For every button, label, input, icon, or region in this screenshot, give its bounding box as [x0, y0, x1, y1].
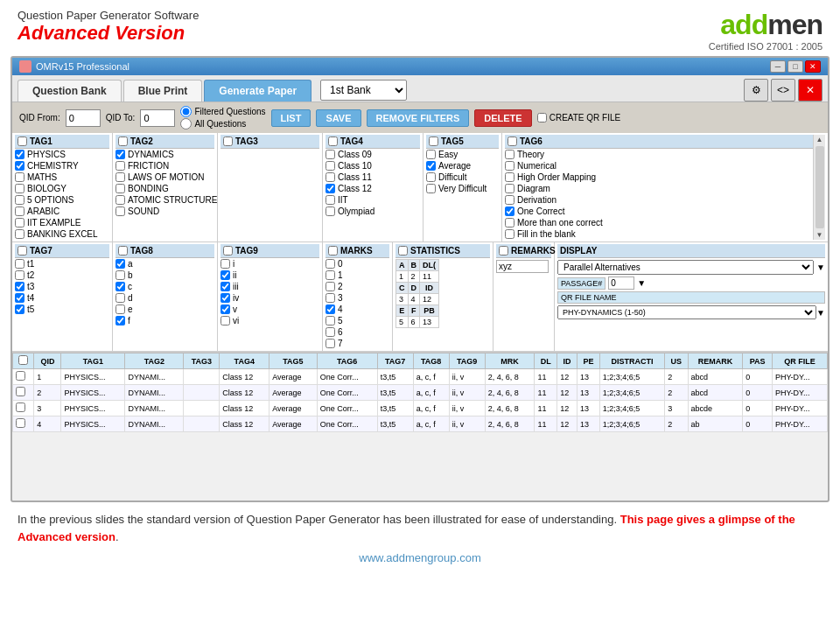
select-all-checkbox[interactable]: [18, 355, 28, 365]
row-checkbox[interactable]: [16, 418, 25, 428]
all-radio[interactable]: [180, 118, 192, 130]
tag7-check-2[interactable]: [15, 282, 24, 291]
tag9-check-3[interactable]: [220, 293, 230, 303]
tag2-check-3[interactable]: [116, 184, 125, 193]
tag2-check-1[interactable]: [116, 161, 125, 171]
tag8-check-5[interactable]: [116, 316, 125, 326]
tag7-check-1[interactable]: [15, 270, 24, 280]
tag4-check-4[interactable]: [326, 195, 335, 205]
tab-blue-print[interactable]: Blue Print: [123, 80, 203, 102]
tag5-checkbox[interactable]: [429, 136, 438, 146]
scroll-up-arrow[interactable]: ▲: [816, 135, 824, 144]
tab-generate-paper[interactable]: Generate Paper: [204, 80, 312, 102]
tag9-checkbox[interactable]: [223, 246, 233, 256]
tag1-check-7[interactable]: [15, 229, 24, 239]
tag2-check-5[interactable]: [116, 206, 125, 216]
tag1-check-0[interactable]: [15, 150, 24, 159]
tag2-check-4[interactable]: [116, 195, 125, 205]
qid-to-input[interactable]: [140, 109, 175, 127]
close-icon-button[interactable]: ✕: [798, 79, 822, 102]
marks-check-0[interactable]: [326, 259, 335, 269]
marks-check-7[interactable]: [326, 339, 335, 348]
tag1-check-6[interactable]: [15, 218, 24, 228]
tag1-check-5[interactable]: [15, 206, 24, 216]
tag7-check-3[interactable]: [15, 293, 24, 303]
marks-check-4[interactable]: [326, 304, 335, 314]
tag6-check-3[interactable]: [505, 184, 514, 193]
qid-from-input[interactable]: [66, 109, 101, 127]
tag4-check-1[interactable]: [326, 161, 335, 171]
close-button[interactable]: ✕: [805, 60, 821, 73]
list-button[interactable]: LIST: [271, 109, 312, 127]
tag8-check-3[interactable]: [116, 293, 125, 303]
tag4-check-5[interactable]: [326, 206, 335, 216]
tag6-check-4[interactable]: [505, 195, 514, 205]
tag4-checkbox[interactable]: [328, 136, 338, 146]
bank-select[interactable]: 1st Bank 2nd Bank: [320, 80, 407, 101]
tag4-check-3[interactable]: [326, 184, 335, 193]
tag9-check-5[interactable]: [220, 316, 230, 326]
tag5-check-3[interactable]: [426, 184, 436, 193]
tag1-check-2[interactable]: [15, 172, 24, 182]
tag9-check-4[interactable]: [220, 304, 230, 314]
save-button[interactable]: SAVE: [316, 109, 360, 127]
tag6-check-5[interactable]: [505, 206, 514, 216]
tag6-check-6[interactable]: [505, 218, 514, 228]
tag6-check-2[interactable]: [505, 172, 514, 182]
row-checkbox[interactable]: [16, 371, 25, 381]
parallel-select[interactable]: Parallel Alternatives: [557, 260, 814, 275]
marks-check-5[interactable]: [326, 316, 335, 326]
tag6-scrollbar[interactable]: ▲ ▼: [813, 135, 825, 240]
tag6-checkbox[interactable]: [508, 136, 517, 146]
tag5-check-0[interactable]: [426, 150, 436, 159]
tag2-check-2[interactable]: [116, 172, 125, 182]
row-checkbox[interactable]: [16, 402, 25, 412]
tag4-check-0[interactable]: [326, 150, 335, 159]
all-radio-label[interactable]: All Questions: [180, 118, 265, 130]
filtered-radio[interactable]: [180, 106, 192, 117]
marks-check-2[interactable]: [326, 282, 335, 291]
tag6-check-1[interactable]: [505, 161, 514, 171]
tag9-check-2[interactable]: [220, 282, 230, 291]
tag3-checkbox[interactable]: [223, 136, 233, 146]
qr-checkbox[interactable]: [537, 113, 547, 122]
remarks-checkbox[interactable]: [499, 246, 508, 256]
tag1-check-4[interactable]: [15, 195, 24, 205]
maximize-button[interactable]: □: [788, 60, 803, 73]
tag2-check-0[interactable]: [116, 150, 125, 159]
tag1-checkbox[interactable]: [18, 136, 27, 146]
row-checkbox[interactable]: [16, 387, 25, 396]
statistics-checkbox[interactable]: [398, 246, 408, 256]
tag9-check-0[interactable]: [220, 259, 230, 269]
qr-select[interactable]: PHY-DYNAMICS (1-50): [557, 305, 816, 319]
minimize-button[interactable]: ─: [770, 60, 786, 73]
tab-question-bank[interactable]: Question Bank: [18, 80, 122, 102]
tag7-checkbox[interactable]: [18, 246, 27, 256]
tag6-check-7[interactable]: [505, 229, 514, 239]
tag5-check-1[interactable]: [426, 161, 436, 171]
remove-filters-button[interactable]: REMOVE FILTERS: [367, 109, 470, 127]
marks-check-6[interactable]: [326, 327, 335, 337]
tag1-check-3[interactable]: [15, 184, 24, 193]
tag4-check-2[interactable]: [326, 172, 335, 182]
remarks-input[interactable]: [496, 260, 549, 273]
tag2-checkbox[interactable]: [118, 136, 128, 146]
tag1-check-1[interactable]: [15, 161, 24, 171]
tag8-check-2[interactable]: [116, 282, 125, 291]
tag8-check-4[interactable]: [116, 304, 125, 314]
scroll-down-arrow[interactable]: ▼: [816, 230, 824, 240]
tag9-check-1[interactable]: [220, 270, 230, 280]
tag8-check-0[interactable]: [116, 259, 125, 269]
marks-checkbox[interactable]: [328, 246, 338, 256]
passage-input[interactable]: [608, 276, 634, 290]
tag6-check-0[interactable]: [505, 150, 514, 159]
tag8-check-1[interactable]: [116, 270, 125, 280]
tag7-check-4[interactable]: [15, 304, 24, 314]
settings-icon-button[interactable]: ⚙: [744, 79, 768, 102]
bottom-link[interactable]: www.addmengroup.com: [0, 549, 840, 567]
delete-button[interactable]: DELETE: [474, 109, 531, 127]
tag5-check-2[interactable]: [426, 172, 436, 182]
tag8-checkbox[interactable]: [118, 246, 128, 256]
code-icon-button[interactable]: <>: [771, 79, 795, 102]
marks-check-1[interactable]: [326, 270, 335, 280]
